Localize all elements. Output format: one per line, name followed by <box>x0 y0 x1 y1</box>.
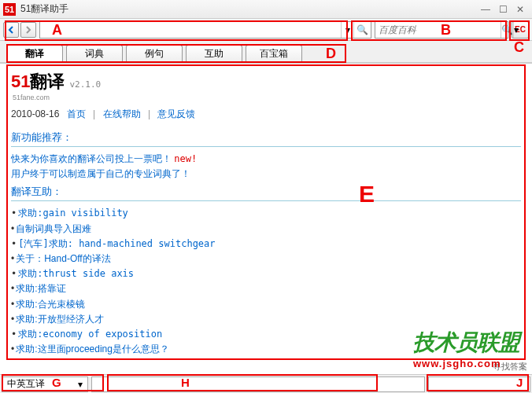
news-line: 快来为你喜欢的翻译公司投上一票吧！ new! <box>11 152 521 167</box>
brand-sub: 51fane.com <box>13 94 521 101</box>
status-right[interactable] <box>428 376 530 392</box>
window-title: 51翻译助手 <box>20 2 477 16</box>
brand-pre: 51 <box>11 72 30 91</box>
list-item[interactable]: [汽车]求助: hand-machined switchgear <box>11 237 521 252</box>
tab-examples[interactable]: 例句 <box>126 45 183 62</box>
divider <box>11 200 521 201</box>
news-text-0[interactable]: 快来为你喜欢的翻译公司投上一票吧！ <box>11 153 172 164</box>
tabbar: 翻译 词典 例句 互助 百宝箱 <box>0 41 532 63</box>
back-button[interactable] <box>3 22 19 38</box>
list-item[interactable]: 求助:搭靠证 <box>11 281 521 296</box>
meta-link-feedback[interactable]: 意见反馈 <box>157 108 195 119</box>
side-search: 🔍 ▾ <box>375 21 508 39</box>
titlebar: 51 51翻译助手 — ☐ ✕ <box>0 0 532 19</box>
brand-logo: 51翻译 <box>11 70 65 94</box>
brand-main: 翻译 <box>30 72 65 91</box>
maximize-button[interactable]: ☐ <box>494 2 512 17</box>
brand-version: v2.1.0 <box>69 79 101 90</box>
list-item[interactable]: 求助:gain visibility <box>11 206 521 221</box>
list-item[interactable]: 求助:合光束棱镜 <box>11 297 521 312</box>
news-line: 用户终于可以制造属于自己的专业词典了！ <box>11 167 521 182</box>
main-search-dropdown[interactable]: ▾ <box>341 22 353 38</box>
meta-row: 2010-08-16 首页 | 在线帮助 | 意见反馈 <box>11 108 521 121</box>
close-button[interactable]: ✕ <box>512 2 529 17</box>
side-search-go-icon[interactable]: 🔍 <box>501 22 513 38</box>
footer-hint: 寻找答案 <box>493 361 527 373</box>
main-search-go-icon[interactable]: 🔍 <box>353 22 371 38</box>
side-search-dropdown[interactable]: ▾ <box>513 22 519 38</box>
list-item[interactable]: 求助:economy of exposition <box>11 327 521 342</box>
status-mode-select[interactable]: 中英互译 ▾ <box>2 376 88 392</box>
chevron-down-icon: ▾ <box>78 379 83 390</box>
minimize-button[interactable]: — <box>477 2 494 17</box>
content-area: 51翻译 v2.1.0 51fane.com 2010-08-16 首页 | 在… <box>0 63 532 362</box>
statusbar: 中英互译 ▾ <box>0 374 532 393</box>
list-item[interactable]: 求助:这里面proceeding是什么意思？ <box>11 342 521 357</box>
brand-row: 51翻译 v2.1.0 <box>11 70 521 94</box>
meta-link-help[interactable]: 在线帮助 <box>103 108 141 119</box>
news-tag-0: new! <box>174 153 197 164</box>
list-item[interactable]: 自制词典导入困难 <box>11 222 521 237</box>
divider <box>11 146 521 147</box>
section-help-title: 翻译互助： <box>11 185 521 199</box>
toolbar: ▾ 🔍 🔍 ▾ EC <box>0 19 532 41</box>
meta-date: 2010-08-16 <box>11 108 59 119</box>
forward-button[interactable] <box>20 22 36 38</box>
tab-dictionary[interactable]: 词典 <box>66 45 123 62</box>
main-search-input[interactable] <box>40 22 341 38</box>
tab-translate[interactable]: 翻译 <box>6 45 63 62</box>
list-item[interactable]: 关于：Hand-Off的译法 <box>11 252 521 266</box>
list-item[interactable]: 求助:开放型经济人才 <box>11 312 521 327</box>
status-mode-label: 中英互译 <box>7 377 45 391</box>
status-input[interactable] <box>91 376 425 392</box>
news-text-1[interactable]: 用户终于可以制造属于自己的专业词典了！ <box>11 168 190 179</box>
main-search: ▾ 🔍 <box>39 21 371 39</box>
help-list: 求助:gain visibility 自制词典导入困难 [汽车]求助: hand… <box>11 206 521 357</box>
meta-link-home[interactable]: 首页 <box>67 108 86 119</box>
section-news-title: 新功能推荐： <box>11 130 521 145</box>
side-search-input[interactable] <box>375 22 501 38</box>
app-logo-icon: 51 <box>3 3 16 16</box>
tab-help[interactable]: 互助 <box>186 45 242 62</box>
list-item[interactable]: 求助:thrust side axis <box>11 266 521 281</box>
tab-toolbox[interactable]: 百宝箱 <box>246 45 302 62</box>
